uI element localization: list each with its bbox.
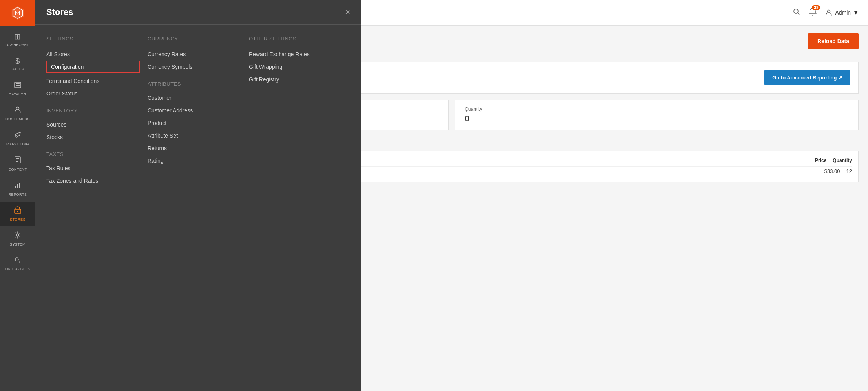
modal-col-currency: Currency Currency Rates Currency Symbols…: [148, 33, 249, 187]
stat-card-quantity: Quantity 0: [455, 100, 859, 130]
menu-item-product[interactable]: Product: [148, 117, 241, 129]
modal-body: Settings All Stores Configuration Terms …: [35, 25, 361, 195]
menu-item-all-stores[interactable]: All Stores: [46, 48, 140, 61]
menu-item-returns[interactable]: Returns: [148, 142, 241, 154]
sidebar-label-catalog: CATALOG: [9, 92, 26, 97]
reports-icon: [14, 181, 22, 191]
user-menu-button[interactable]: Admin ▼: [825, 9, 859, 17]
menu-item-customer-address[interactable]: Customer Address: [148, 104, 241, 117]
menu-item-tax-zones-rates[interactable]: Tax Zones and Rates: [46, 174, 140, 187]
menu-item-reward-exchange-rates[interactable]: Reward Exchange Rates: [249, 48, 342, 61]
notifications-button[interactable]: 39: [808, 7, 817, 18]
col-header-quantity: Quantity: [833, 158, 852, 163]
stat-label-quantity: Quantity: [465, 106, 849, 112]
table-cell-price: $33.00: [824, 168, 840, 174]
currency-section-title: Currency: [148, 36, 241, 42]
stores-modal: Stores × Settings All Stores Configurati…: [35, 0, 361, 391]
taxes-section-title: Taxes: [46, 151, 140, 157]
notifications-badge: 39: [812, 5, 820, 10]
sidebar-item-find-partners[interactable]: FIND PARTNERS: [0, 251, 35, 275]
menu-item-tax-rules[interactable]: Tax Rules: [46, 162, 140, 174]
svg-point-16: [794, 9, 798, 13]
advanced-reporting-button[interactable]: Go to Advanced Reporting ↗: [764, 70, 850, 85]
menu-item-attribute-set[interactable]: Attribute Set: [148, 129, 241, 142]
modal-header: Stores ×: [35, 0, 361, 25]
sidebar-item-customers[interactable]: CUSTOMERS: [0, 101, 35, 126]
sidebar-label-customers: CUSTOMERS: [5, 117, 30, 121]
reload-data-button[interactable]: Reload Data: [808, 33, 859, 49]
sidebar-label-stores: STORES: [10, 218, 26, 222]
table-cell-quantity: 12: [846, 168, 852, 174]
menu-item-sources[interactable]: Sources: [46, 118, 140, 131]
menu-item-gift-wrapping[interactable]: Gift Wrapping: [249, 61, 342, 73]
modal-close-button[interactable]: ×: [345, 7, 350, 17]
svg-point-14: [16, 234, 19, 236]
attributes-section-title: Attributes: [148, 81, 241, 87]
svg-rect-7: [16, 160, 19, 160]
modal-title: Stores: [46, 7, 73, 17]
menu-item-order-status[interactable]: Order Status: [46, 87, 140, 100]
settings-section-title: Settings: [46, 36, 140, 42]
sales-icon: $: [15, 57, 20, 66]
svg-point-15: [15, 258, 18, 261]
user-label: Admin: [835, 9, 851, 16]
svg-rect-11: [19, 183, 20, 188]
svg-rect-10: [17, 184, 18, 188]
menu-item-stocks[interactable]: Stocks: [46, 131, 140, 143]
customers-icon: [14, 106, 22, 116]
dashboard-icon: ⊞: [14, 32, 21, 41]
sidebar-label-sales: SALES: [11, 67, 24, 72]
sidebar-item-catalog[interactable]: CATALOG: [0, 76, 35, 101]
content-icon: [14, 156, 22, 166]
menu-item-rating[interactable]: Rating: [148, 154, 241, 167]
find-partners-icon: [14, 256, 22, 266]
menu-item-currency-symbols[interactable]: Currency Symbols: [148, 61, 241, 73]
sidebar-item-system[interactable]: SYSTEM: [0, 226, 35, 251]
menu-item-terms-conditions[interactable]: Terms and Conditions: [46, 75, 140, 87]
menu-item-customer[interactable]: Customer: [148, 92, 241, 104]
menu-item-gift-registry[interactable]: Gift Registry: [249, 73, 342, 86]
modal-col-settings: Settings All Stores Configuration Terms …: [46, 33, 148, 187]
other-settings-section-title: Other Settings: [249, 36, 342, 42]
sidebar-label-content: CONTENT: [9, 167, 27, 172]
sidebar-item-marketing[interactable]: MARKETING: [0, 126, 35, 151]
modal-col-other-settings: Other Settings Reward Exchange Rates Gif…: [249, 33, 350, 187]
sidebar-item-stores[interactable]: STORES: [0, 202, 35, 227]
sidebar-logo: [0, 0, 35, 26]
sidebar-item-dashboard[interactable]: ⊞ DASHBOARD: [0, 27, 35, 52]
svg-rect-6: [16, 158, 19, 159]
sidebar: ⊞ DASHBOARD $ SALES CATALOG CUSTOMERS MA…: [0, 0, 35, 391]
svg-rect-9: [15, 186, 16, 188]
system-icon: [14, 231, 22, 241]
sidebar-label-dashboard: DASHBOARD: [5, 43, 30, 47]
sidebar-label-reports: REPORTS: [9, 193, 27, 197]
sidebar-item-reports[interactable]: REPORTS: [0, 176, 35, 202]
menu-item-configuration[interactable]: Configuration: [46, 61, 140, 73]
inventory-section-title: Inventory: [46, 108, 140, 114]
svg-rect-1: [16, 83, 20, 84]
marketing-icon: [14, 131, 22, 141]
sidebar-label-find-partners: FIND PARTNERS: [5, 268, 30, 271]
stat-value-quantity: 0: [465, 114, 849, 124]
catalog-icon: [14, 81, 22, 91]
sidebar-item-sales[interactable]: $ SALES: [0, 52, 35, 76]
sidebar-item-content[interactable]: CONTENT: [0, 151, 35, 176]
user-dropdown-icon: ▼: [853, 9, 859, 16]
search-button[interactable]: [793, 8, 800, 18]
svg-rect-2: [16, 85, 20, 86]
sidebar-label-marketing: MARKETING: [6, 142, 29, 147]
svg-rect-13: [17, 211, 18, 212]
magento-logo-icon: [10, 6, 25, 20]
user-icon: [825, 9, 833, 17]
svg-point-4: [16, 136, 17, 137]
menu-item-currency-rates[interactable]: Currency Rates: [148, 48, 241, 61]
sidebar-label-system: SYSTEM: [10, 242, 26, 247]
col-header-price: Price: [815, 158, 826, 163]
svg-rect-8: [16, 161, 18, 162]
stores-icon: [14, 206, 22, 216]
